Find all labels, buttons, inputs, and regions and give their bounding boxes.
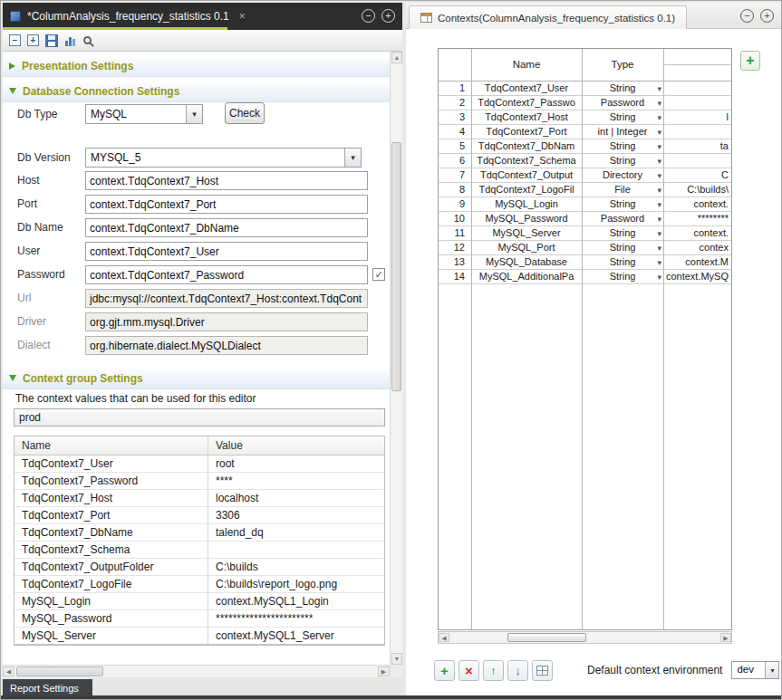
chevron-down-icon[interactable]: ▾: [657, 140, 661, 154]
chevron-down-icon[interactable]: ▾: [657, 271, 661, 284]
variable-value[interactable]: context.MySQL1_Login: [208, 593, 384, 609]
context-value-cell[interactable]: l: [663, 110, 731, 124]
chevron-down-icon[interactable]: [9, 88, 16, 94]
context-type-cell[interactable]: String▾: [582, 82, 663, 95]
chevron-down-icon[interactable]: ▾: [657, 256, 661, 270]
scroll-down-icon[interactable]: ▼: [391, 653, 402, 665]
maximize-icon[interactable]: +: [381, 9, 395, 23]
check-button[interactable]: Check: [225, 102, 265, 124]
add-context-button[interactable]: +: [434, 660, 455, 681]
chevron-down-icon[interactable]: ▾: [657, 242, 661, 255]
scroll-up-icon[interactable]: ▲: [391, 52, 402, 63]
variable-value[interactable]: ***********************: [208, 610, 384, 627]
context-row[interactable]: 13 MySQL_Database String▾ context.M: [439, 255, 731, 270]
table-row[interactable]: TdqContext7_Password ****: [14, 473, 384, 490]
context-name-cell[interactable]: MySQL_AdditionalPa: [471, 270, 582, 283]
context-value-cell[interactable]: ta: [663, 139, 731, 153]
minimize-icon[interactable]: −: [740, 9, 754, 23]
scroll-right-icon[interactable]: ▶: [378, 666, 390, 676]
expand-all-icon[interactable]: +: [27, 34, 39, 46]
minimize-icon[interactable]: −: [362, 9, 375, 23]
table-row[interactable]: TdqContext7_Host localhost: [14, 490, 384, 507]
context-value-cell[interactable]: context.: [663, 226, 731, 240]
table-row[interactable]: TdqContext7_OutputFolder C:\builds: [14, 559, 384, 576]
variable-value[interactable]: context.MySQL1_Server: [208, 628, 384, 644]
chart-icon[interactable]: [64, 34, 77, 46]
context-name-cell[interactable]: MySQL_Password: [471, 212, 582, 225]
chevron-down-icon[interactable]: ▾: [657, 155, 661, 168]
variable-value[interactable]: ****: [208, 473, 384, 489]
chevron-down-icon[interactable]: ▾: [657, 82, 661, 96]
context-row[interactable]: 8 TdqContext7_LogoFil File▾ C:\builds\: [439, 183, 731, 197]
context-name-cell[interactable]: TdqContext7_Schema: [471, 154, 582, 168]
context-value-cell[interactable]: ********: [663, 212, 731, 225]
context-value-cell[interactable]: context.MySQ: [663, 270, 731, 283]
context-value-cell[interactable]: contex: [663, 241, 731, 254]
context-row[interactable]: 1 TdqContext7_User String▾: [439, 82, 731, 96]
context-value-cell[interactable]: [663, 82, 731, 95]
context-name-cell[interactable]: MySQL_Server: [471, 226, 582, 240]
context-type-cell[interactable]: String▾: [582, 110, 663, 124]
configure-contexts-button[interactable]: [532, 660, 553, 681]
context-row[interactable]: 10 MySQL_Password Password▾ ********: [439, 212, 731, 226]
tab-report-settings[interactable]: Report Settings: [3, 679, 92, 697]
section-presentation-settings[interactable]: Presentation Settings: [3, 55, 390, 77]
chevron-down-icon[interactable]: ▾: [344, 149, 361, 167]
chevron-down-icon[interactable]: ▾: [657, 126, 661, 139]
db-version-combo[interactable]: MYSQL_5 ▾: [85, 148, 362, 168]
context-row[interactable]: 4 TdqContext7_Port int | Integer▾: [439, 125, 731, 139]
chevron-right-icon[interactable]: [9, 62, 15, 70]
context-type-cell[interactable]: Password▾: [582, 96, 663, 110]
variable-value[interactable]: C:\builds\report_logo.png: [208, 576, 384, 592]
name-column-header[interactable]: Name: [14, 436, 208, 455]
context-row[interactable]: 6 TdqContext7_Schema String▾: [439, 154, 731, 168]
chevron-down-icon[interactable]: ▾: [657, 227, 661, 241]
context-value-cell[interactable]: context.: [663, 197, 731, 211]
tab-contexts[interactable]: Contexts(ColumnAnalysis_frequency_statis…: [409, 5, 687, 29]
context-type-cell[interactable]: File▾: [582, 183, 663, 197]
user-field[interactable]: [85, 242, 368, 261]
context-name-cell[interactable]: MySQL_Database: [471, 255, 582, 269]
context-type-cell[interactable]: Directory▾: [582, 168, 663, 182]
chevron-down-icon[interactable]: ▾: [657, 198, 661, 212]
context-row[interactable]: 2 TdqContext7_Passwo Password▾: [439, 96, 731, 110]
context-type-cell[interactable]: String▾: [582, 154, 663, 168]
context-type-cell[interactable]: int | Integer▾: [582, 125, 663, 139]
chevron-down-icon[interactable]: ▾: [765, 662, 778, 678]
horizontal-scrollbar[interactable]: ◀ ▶: [3, 665, 390, 677]
section-context-group-settings[interactable]: Context group Settings: [3, 368, 390, 389]
table-row[interactable]: MySQL_Login context.MySQL1_Login: [14, 593, 384, 610]
context-type-cell[interactable]: String▾: [582, 241, 663, 254]
context-type-cell[interactable]: String▾: [582, 139, 663, 153]
table-row[interactable]: MySQL_Password ***********************: [14, 610, 384, 628]
maximize-icon[interactable]: +: [760, 9, 774, 23]
editor-tab[interactable]: *ColumnAnalysis_frequency_statistics 0.1…: [3, 3, 255, 30]
db-name-field[interactable]: [85, 218, 368, 237]
password-field[interactable]: [85, 265, 368, 284]
scroll-left-icon[interactable]: ◀: [3, 666, 14, 676]
context-type-cell[interactable]: Password▾: [582, 212, 663, 225]
context-type-cell[interactable]: String▾: [582, 226, 663, 240]
context-type-cell[interactable]: String▾: [582, 197, 663, 211]
context-value-cell[interactable]: C: [663, 168, 731, 182]
horizontal-scrollbar-thumb[interactable]: [507, 633, 586, 642]
context-name-cell[interactable]: TdqContext7_User: [471, 82, 582, 95]
table-row[interactable]: TdqContext7_LogoFile C:\builds\report_lo…: [14, 576, 384, 593]
zoom-icon[interactable]: [83, 36, 92, 44]
contexts-horizontal-scrollbar[interactable]: ◀ ▶: [438, 631, 732, 644]
chevron-down-icon[interactable]: ▾: [657, 169, 661, 183]
context-row[interactable]: 3 TdqContext7_Host String▾ l: [439, 110, 731, 125]
move-up-button[interactable]: ↑: [483, 660, 504, 681]
chevron-down-icon[interactable]: [9, 375, 16, 381]
vertical-scrollbar[interactable]: ▲ ▼: [390, 52, 402, 665]
variable-value[interactable]: [208, 542, 384, 558]
name-column-header[interactable]: Name: [471, 49, 582, 81]
context-row[interactable]: 5 TdqContext7_DbNam String▾ ta: [439, 139, 731, 154]
context-group-name-field[interactable]: [14, 408, 385, 427]
variable-value[interactable]: talend_dq: [208, 524, 384, 541]
context-name-cell[interactable]: TdqContext7_Port: [471, 125, 582, 139]
context-value-cell[interactable]: C:\builds\: [663, 183, 731, 197]
context-row[interactable]: 11 MySQL_Server String▾ context.: [439, 226, 731, 241]
host-field[interactable]: [85, 171, 368, 190]
chevron-down-icon[interactable]: ▾: [657, 213, 661, 226]
